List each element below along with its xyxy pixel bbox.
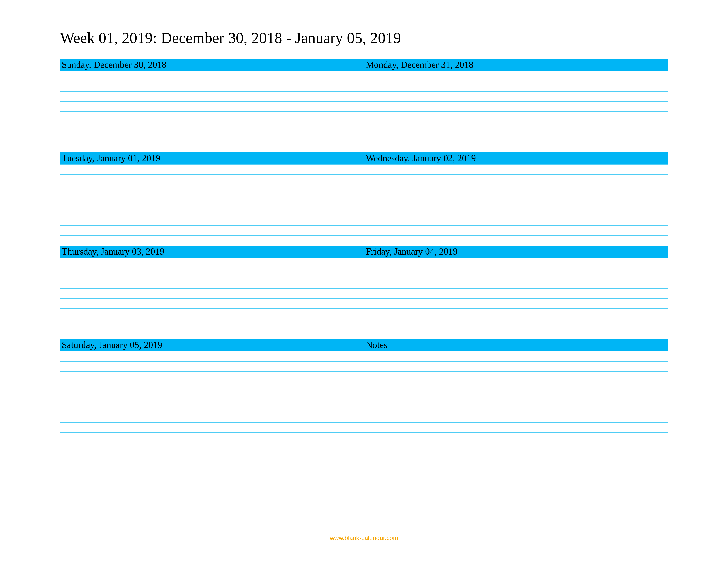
entry-line bbox=[364, 412, 668, 422]
entry-line bbox=[60, 278, 364, 289]
entry-line bbox=[60, 132, 364, 142]
entry-line bbox=[60, 185, 364, 195]
entry-line bbox=[364, 122, 668, 132]
day-header: Friday, January 04, 2019 bbox=[364, 246, 668, 258]
entry-line bbox=[60, 309, 364, 319]
entry-line bbox=[60, 362, 364, 372]
entry-line bbox=[60, 215, 364, 225]
entry-line bbox=[364, 382, 668, 392]
day-header: Sunday, December 30, 2018 bbox=[60, 59, 364, 71]
entry-line bbox=[60, 71, 364, 81]
entry-line bbox=[364, 132, 668, 142]
entry-line bbox=[60, 299, 364, 309]
entry-line bbox=[60, 142, 364, 152]
entry-line bbox=[60, 112, 364, 122]
entry-line bbox=[364, 71, 668, 81]
entry-line bbox=[60, 412, 364, 422]
entry-line bbox=[364, 258, 668, 268]
entry-line bbox=[60, 372, 364, 382]
entry-line bbox=[60, 122, 364, 132]
day-column: Thursday, January 03, 2019 bbox=[60, 246, 364, 339]
day-column: Wednesday, January 02, 2019 bbox=[364, 152, 668, 246]
calendar-grid: Sunday, December 30, 2018Monday, Decembe… bbox=[60, 59, 668, 433]
day-header: Notes bbox=[364, 339, 668, 351]
entry-line bbox=[60, 164, 364, 175]
day-row-pair: Sunday, December 30, 2018Monday, Decembe… bbox=[60, 59, 668, 152]
page-title: Week 01, 2019: December 30, 2018 - Janua… bbox=[60, 29, 668, 47]
entry-line bbox=[364, 235, 668, 246]
day-column: Friday, January 04, 2019 bbox=[364, 246, 668, 339]
entry-line bbox=[60, 268, 364, 278]
entry-line bbox=[364, 112, 668, 122]
entry-line bbox=[60, 402, 364, 412]
entry-line bbox=[364, 392, 668, 402]
document-frame: Week 01, 2019: December 30, 2018 - Janua… bbox=[9, 9, 719, 554]
entry-line bbox=[60, 225, 364, 235]
entry-line bbox=[364, 422, 668, 433]
entry-line bbox=[60, 329, 364, 339]
entry-line bbox=[60, 319, 364, 329]
day-row-pair: Saturday, January 05, 2019Notes bbox=[60, 339, 668, 433]
entry-line bbox=[364, 164, 668, 175]
day-column: Saturday, January 05, 2019 bbox=[60, 339, 364, 433]
entry-line bbox=[364, 351, 668, 362]
entry-line bbox=[364, 402, 668, 412]
entry-line bbox=[364, 278, 668, 289]
entry-line bbox=[60, 102, 364, 112]
entry-line bbox=[60, 289, 364, 299]
day-header: Monday, December 31, 2018 bbox=[364, 59, 668, 71]
footer-domain: blank-calendar.com bbox=[345, 535, 398, 541]
day-header: Thursday, January 03, 2019 bbox=[60, 246, 364, 258]
day-header: Saturday, January 05, 2019 bbox=[60, 339, 364, 351]
entry-line bbox=[364, 372, 668, 382]
entry-line bbox=[364, 102, 668, 112]
entry-line bbox=[364, 309, 668, 319]
entry-line bbox=[364, 268, 668, 278]
day-column: Monday, December 31, 2018 bbox=[364, 59, 668, 152]
day-column: Notes bbox=[364, 339, 668, 433]
day-header: Tuesday, January 01, 2019 bbox=[60, 152, 364, 164]
day-column: Sunday, December 30, 2018 bbox=[60, 59, 364, 152]
entry-line bbox=[364, 81, 668, 91]
entry-line bbox=[364, 319, 668, 329]
entry-line bbox=[60, 91, 364, 102]
day-row-pair: Tuesday, January 01, 2019Wednesday, Janu… bbox=[60, 152, 668, 246]
entry-line bbox=[364, 215, 668, 225]
entry-line bbox=[364, 329, 668, 339]
entry-line bbox=[364, 91, 668, 102]
entry-line bbox=[364, 175, 668, 185]
entry-line bbox=[60, 351, 364, 362]
day-column: Tuesday, January 01, 2019 bbox=[60, 152, 364, 246]
entry-line bbox=[364, 299, 668, 309]
entry-line bbox=[60, 81, 364, 91]
footer-anchor[interactable]: www.blank-calendar.com bbox=[330, 535, 398, 541]
entry-line bbox=[364, 205, 668, 215]
entry-line bbox=[60, 422, 364, 433]
entry-line bbox=[60, 195, 364, 205]
entry-line bbox=[60, 392, 364, 402]
entry-line bbox=[364, 225, 668, 235]
entry-line bbox=[364, 362, 668, 372]
entry-line bbox=[364, 142, 668, 152]
footer-prefix: www. bbox=[330, 535, 345, 541]
entry-line bbox=[364, 185, 668, 195]
day-row-pair: Thursday, January 03, 2019Friday, Januar… bbox=[60, 246, 668, 339]
entry-line bbox=[364, 195, 668, 205]
entry-line bbox=[60, 382, 364, 392]
footer-link[interactable]: www.blank-calendar.com bbox=[9, 535, 719, 542]
entry-line bbox=[364, 289, 668, 299]
entry-line bbox=[60, 258, 364, 268]
day-header: Wednesday, January 02, 2019 bbox=[364, 152, 668, 164]
entry-line bbox=[60, 235, 364, 246]
entry-line bbox=[60, 175, 364, 185]
entry-line bbox=[60, 205, 364, 215]
